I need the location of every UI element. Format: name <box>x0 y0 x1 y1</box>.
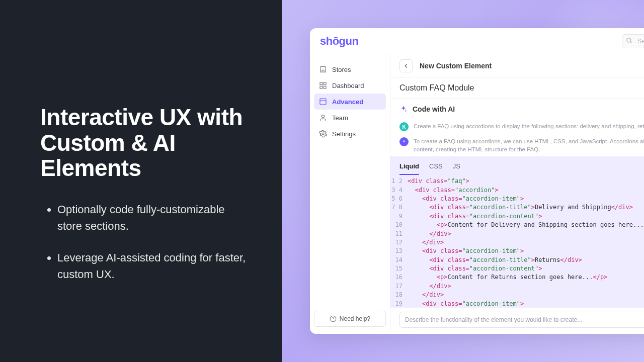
sidebar-item-label: Team <box>332 114 348 122</box>
svg-line-1 <box>630 41 632 43</box>
logo: shōgun <box>320 35 358 48</box>
sidebar-item-advanced[interactable]: Advanced <box>314 94 386 110</box>
marketing-bullet: Optionally code fully-customizable store… <box>57 201 252 234</box>
element-name-input[interactable]: Custom FAQ Module <box>399 83 644 93</box>
element-name-row: Custom FAQ Module <box>390 77 644 99</box>
chat-ai-text: To create a FAQ using accordions, we can… <box>414 137 644 153</box>
gradient-backdrop: shōgun Stores Dashboard Advanced <box>282 0 644 362</box>
ai-avatar <box>399 137 409 146</box>
marketing-bullet: Leverage AI-assisted coding for faster, … <box>57 249 252 283</box>
svg-rect-4 <box>320 86 323 88</box>
chat-user-row: K Create a FAQ using accordions to displ… <box>390 119 644 134</box>
sidebar-item-label: Stores <box>332 66 351 73</box>
grid-icon <box>319 81 327 89</box>
chat-ai-row: To create a FAQ using accordions, we can… <box>390 134 644 156</box>
need-help-label: Need help? <box>340 315 370 322</box>
top-bar: shōgun <box>310 28 644 54</box>
sidebar-item-stores[interactable]: Stores <box>314 61 386 77</box>
search-icon <box>626 37 633 44</box>
sidebar-item-label: Settings <box>332 130 356 138</box>
search-input[interactable] <box>622 34 644 48</box>
svg-rect-3 <box>324 82 326 85</box>
layout-icon <box>319 98 327 106</box>
chat-user-text: Create a FAQ using accordions to display… <box>414 122 644 130</box>
sidebar-item-dashboard[interactable]: Dashboard <box>314 77 386 94</box>
tab-css[interactable]: CSS <box>429 159 443 175</box>
editor-pane: New Custom Element Custom FAQ Module Cod… <box>390 54 644 334</box>
sidebar-item-label: Advanced <box>332 98 363 106</box>
arrow-left-icon <box>403 62 410 69</box>
sidebar-item-settings[interactable]: Settings <box>314 126 386 142</box>
sidebar-item-label: Dashboard <box>332 82 364 89</box>
sparkle-icon <box>401 139 407 144</box>
svg-point-8 <box>321 115 324 118</box>
tab-liquid[interactable]: Liquid <box>399 159 419 175</box>
search-wrap <box>622 34 644 48</box>
code-with-ai-label: Code with AI <box>413 105 455 113</box>
svg-point-0 <box>627 38 631 42</box>
svg-rect-2 <box>320 82 323 85</box>
store-icon <box>319 65 327 73</box>
tab-js[interactable]: JS <box>453 159 460 175</box>
sidebar-item-team[interactable]: Team <box>314 110 386 126</box>
app-window: shōgun Stores Dashboard Advanced <box>310 28 644 334</box>
code-editor[interactable]: 1 2 3 4 5 6 7 8 9 10 11 12 13 14 15 16 1… <box>390 175 644 308</box>
svg-rect-6 <box>320 99 326 105</box>
marketing-panel: Interactive UX with Custom & AI Elements… <box>0 0 282 362</box>
code-with-ai-header: Code with AI <box>390 99 644 119</box>
marketing-heading: Interactive UX with Custom & AI Elements <box>40 105 252 181</box>
svg-point-9 <box>322 133 324 135</box>
page-title: New Custom Element <box>420 62 492 70</box>
code-tabs: Liquid CSS JS <box>390 156 644 175</box>
user-avatar: K <box>399 122 409 131</box>
user-icon <box>319 114 327 122</box>
svg-rect-5 <box>324 86 326 88</box>
sidebar: Stores Dashboard Advanced Team Settings <box>310 54 390 334</box>
gear-icon <box>319 130 327 138</box>
back-button[interactable] <box>399 59 413 72</box>
marketing-bullets: Optionally code fully-customizable store… <box>40 201 252 298</box>
need-help-button[interactable]: Need help? <box>314 311 386 327</box>
help-icon <box>330 315 337 322</box>
editor-header: New Custom Element <box>390 54 644 77</box>
ai-prompt-input[interactable]: Describe the functionality of the elemen… <box>399 312 644 328</box>
sparkle-icon <box>399 105 408 113</box>
